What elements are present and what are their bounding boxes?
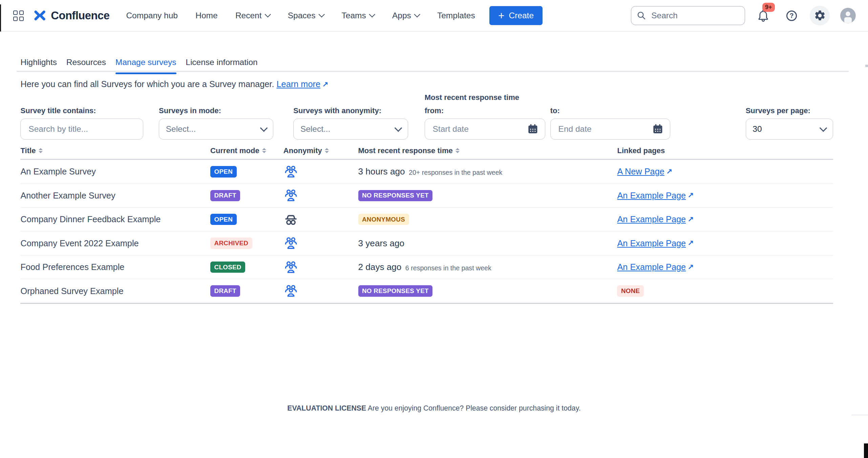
from-date-wrap xyxy=(425,119,545,140)
nav-item-templates[interactable]: Templates xyxy=(437,11,475,20)
grid-dot xyxy=(19,17,24,21)
mode-badge: DRAFT xyxy=(210,190,240,201)
scrollbar-thumb[interactable] xyxy=(865,65,868,67)
calendar-icon[interactable] xyxy=(527,123,538,134)
table-header-row: Title Current mode Anonymity Most recent… xyxy=(20,142,833,160)
external-link-icon: ↗ xyxy=(687,263,694,272)
mode-badge: CLOSED xyxy=(210,262,245,273)
survey-title-filter-input[interactable] xyxy=(27,124,136,134)
nav-item-recent[interactable]: Recent xyxy=(235,11,270,20)
profile-button[interactable] xyxy=(838,6,858,26)
chevron-down-icon xyxy=(414,11,420,18)
linked-page-link[interactable]: An Example Page xyxy=(617,238,686,248)
chevron-down-icon xyxy=(318,11,325,18)
help-button[interactable]: ? xyxy=(782,6,802,26)
nav-item-apps[interactable]: Apps xyxy=(392,11,420,20)
header-title[interactable]: Title xyxy=(20,146,210,155)
create-button[interactable]: + Create xyxy=(489,6,543,25)
grid-dot xyxy=(13,11,18,15)
linked-page-link[interactable]: An Example Page xyxy=(617,191,686,201)
tab-manage-surveys[interactable]: Manage surveys xyxy=(115,58,176,74)
filter-anonymity-label: Surveys with anonymity: xyxy=(293,106,381,115)
nav-item-home[interactable]: Home xyxy=(195,11,217,20)
survey-title: Another Example Survey xyxy=(20,191,210,201)
chevron-down-icon xyxy=(264,11,271,18)
per-page-label: Surveys per page: xyxy=(746,106,810,115)
linked-page-link[interactable]: An Example Page xyxy=(617,214,686,224)
mode-badge: OPEN xyxy=(210,214,236,225)
sort-icon xyxy=(456,148,460,153)
anonymity-cell xyxy=(283,284,358,298)
tab-license-information[interactable]: License information xyxy=(186,58,257,74)
external-link-icon: ↗ xyxy=(687,191,694,200)
people-group-icon xyxy=(283,260,298,275)
notification-count-badge: 9+ xyxy=(762,3,775,12)
to-label: to: xyxy=(550,106,560,115)
response-cell: NO RESPONSES YET xyxy=(358,190,617,201)
header-anonymity[interactable]: Anonymity xyxy=(283,146,358,155)
search-icon xyxy=(637,11,646,20)
nav-item-spaces[interactable]: Spaces xyxy=(288,11,324,20)
survey-title: Orphaned Survey Example xyxy=(20,286,210,296)
question-circle-icon: ? xyxy=(786,11,797,21)
anonymity-cell xyxy=(283,260,358,275)
tab-resources[interactable]: Resources xyxy=(66,58,106,74)
window-edge xyxy=(864,443,868,458)
intro-text: Here you can find all Surveys for which … xyxy=(20,79,328,89)
chevron-down-icon xyxy=(395,124,402,132)
linked-pages-cell: An Example Page↗ xyxy=(617,214,761,224)
mode-select[interactable]: Select... xyxy=(159,119,273,140)
survey-title: Food Preferences Example xyxy=(20,262,210,272)
notifications-button[interactable]: 9+ xyxy=(754,6,774,26)
plus-icon: + xyxy=(498,11,504,21)
nav-right-actions: 9+ ? xyxy=(631,6,858,26)
response-cell: ANONYMOUS xyxy=(358,214,617,225)
people-group-icon xyxy=(283,164,298,179)
external-link-icon: ↗ xyxy=(687,215,694,224)
sort-icon xyxy=(262,148,266,153)
per-page-select[interactable]: 30 xyxy=(746,119,833,140)
confluence-logo[interactable]: Confluence xyxy=(33,9,109,22)
top-navbar: Confluence Company hub Home Recent Space… xyxy=(0,0,868,32)
external-link-icon: ↗ xyxy=(666,167,672,176)
confluence-mark-icon xyxy=(33,9,46,22)
response-cell: 3 hours ago 20+ responses in the past we… xyxy=(358,166,617,177)
learn-more-link[interactable]: Learn more xyxy=(276,79,320,89)
nav-item-company-hub[interactable]: Company hub xyxy=(126,11,178,20)
mode-badge: OPEN xyxy=(210,166,236,177)
nav-item-teams[interactable]: Teams xyxy=(342,11,375,20)
search-input[interactable] xyxy=(650,10,739,21)
survey-title: Company Event 2022 Example xyxy=(20,238,210,248)
window-edge xyxy=(0,4,1,32)
linked-pages-cell: An Example Page↗ xyxy=(617,262,761,272)
header-current-mode[interactable]: Current mode xyxy=(210,146,283,155)
search-box xyxy=(631,6,745,25)
app-switcher-icon[interactable] xyxy=(13,11,24,21)
mode-cell: OPEN xyxy=(210,214,283,225)
table-row: Another Example Survey DRAFT NO RESPONSE… xyxy=(20,184,833,208)
survey-title: An Example Survey xyxy=(20,167,210,176)
table-row: Food Preferences Example CLOSED 2 days a… xyxy=(20,255,833,279)
tab-highlights[interactable]: Highlights xyxy=(20,58,57,74)
linked-pages-cell: An Example Page↗ xyxy=(617,238,761,248)
start-date-input[interactable] xyxy=(431,124,523,134)
table-row: Orphaned Survey Example DRAFT NO RESPONS… xyxy=(20,279,833,304)
mode-badge: ARCHIVED xyxy=(210,237,252,249)
calendar-icon[interactable] xyxy=(652,123,663,134)
grid-dot xyxy=(13,17,18,21)
avatar-icon xyxy=(840,8,856,23)
settings-button[interactable] xyxy=(810,6,830,26)
anonymity-select[interactable]: Select... xyxy=(293,119,408,140)
filter-mode-label: Surveys in mode: xyxy=(159,106,221,115)
header-response-time[interactable]: Most recent response time xyxy=(358,146,617,155)
mode-cell: DRAFT xyxy=(210,190,283,201)
linked-page-link[interactable]: An Example Page xyxy=(617,262,686,272)
response-badge: NO RESPONSES YET xyxy=(358,285,433,296)
grid-dot xyxy=(19,11,24,15)
divider-line xyxy=(851,415,868,415)
sort-icon xyxy=(325,148,329,153)
gear-icon xyxy=(814,9,826,22)
response-badge: ANONYMOUS xyxy=(358,214,409,225)
linked-page-link[interactable]: A New Page xyxy=(617,167,664,176)
end-date-input[interactable] xyxy=(557,124,648,134)
